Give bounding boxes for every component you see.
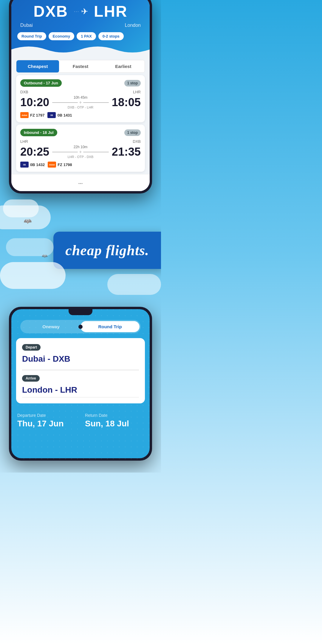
inbound-airlines-row: 0B 0B 1432 dubai FZ 1798 [20,162,141,168]
outbound-airline-1: dubai FZ 1797 [20,112,44,118]
phone-2: Oneway Round Trip Depart Dubai - DXB Arr… [9,307,152,461]
outbound-badge: Outbound - 17 Jun [20,79,62,87]
inbound-via: LHR - OTP - DXB [52,155,109,159]
wave-separator [11,44,150,55]
departure-date-value[interactable]: Thu, 17 Jun [17,419,76,428]
outbound-depart-time: 10:20 [20,97,49,108]
outbound-dest-airport: LHR [133,90,141,94]
middle-section: 🦇 🦇 cheap flights. [0,193,161,307]
inbound-flight-card: Inbound - 18 Jul 1 stop LHR DXB 20:25 22… [16,125,145,172]
tabs-container: Cheapest Fastest Earliest [16,60,145,73]
inbound-airline-1-logo: 0B [20,162,29,168]
depart-field-group: Depart Dubai - DXB [22,344,139,365]
outbound-arrive-time: 18:05 [112,97,141,108]
tab-cheapest[interactable]: Cheapest [16,60,59,72]
outbound-origin-airport: DXB [20,90,28,94]
inbound-plane-icon: ✈ [79,150,82,154]
pills-row: Round Trip Economy 1 PAX 0-2 stops [17,32,144,40]
tab-fastest[interactable]: Fastest [59,60,102,72]
pill-class[interactable]: Economy [49,32,75,40]
inbound-duration: 22h 10m [52,145,109,149]
outbound-flight-path: 10h 45m ✈ DXB - OTP - LHR [49,95,112,109]
origin-code: DXB [33,2,68,20]
search-section: Depart Dubai - DXB Arrive London - LHR [16,338,145,403]
inbound-airline-1-flight: 0B 1432 [30,162,45,167]
pill-trip[interactable]: Round Trip [17,32,46,40]
inbound-times-row: 20:25 22h 10m ✈ LHR - OTP - DXB 21:35 [20,145,141,159]
price-preview: ··· [11,174,150,191]
cheap-flights-card: cheap flights. [53,232,161,269]
departure-date-label: Departure Date [17,413,76,418]
outbound-times-row: 10:20 10h 45m ✈ DXB - OTP - LHR 18:05 [20,95,141,109]
plane-icon: ··· ✈ [74,7,88,16]
inbound-airline-2-logo: dubai [48,162,56,168]
bat-icon-2: 🦇 [42,253,48,259]
inbound-arrive-time: 21:35 [112,146,141,157]
return-date-label: Return Date [85,413,144,418]
pill-stops[interactable]: 0-2 stops [98,32,124,40]
outbound-airline-2: 0B 0B 1431 [47,112,72,118]
tagline-text: cheap flights. [65,242,149,258]
dest-city: London [125,23,141,28]
inbound-airports-row: LHR DXB [20,139,141,144]
phone1-header: DXB ··· ✈ LHR Dubai London Round Trip Ec… [11,0,150,55]
inbound-origin-airport: LHR [20,139,28,144]
trip-opt-oneway[interactable]: Oneway [21,321,80,332]
cloud-left-2 [3,199,39,217]
outbound-duration: 10h 45m [52,95,109,100]
inbound-badge: Inbound - 18 Jul [20,129,57,136]
outbound-airlines-row: dubai FZ 1797 0B 0B 1431 [20,112,141,118]
outbound-dashed-line: ✈ [52,100,109,105]
arrive-value[interactable]: London - LHR [22,384,139,396]
cloud-bottom-right [107,274,161,295]
depart-value[interactable]: Dubai - DXB [22,353,139,365]
inbound-stops-badge: 1 stop [124,129,141,136]
origin-city: Dubai [20,23,33,28]
cloud-bottom-left [0,262,66,289]
city-row: Dubai London [17,23,144,28]
pill-pax[interactable]: 1 PAX [77,32,96,40]
inbound-depart-time: 20:25 [20,146,49,157]
inbound-airline-1: 0B 0B 1432 [20,162,45,168]
return-date-value[interactable]: Sun, 18 Jul [85,419,144,428]
dates-section: Departure Date Thu, 17 Jun Return Date S… [11,408,150,433]
outbound-airline-2-flight: 0B 1431 [57,113,72,117]
inbound-airline-2: dubai FZ 1798 [48,162,72,168]
outbound-airline-1-flight: FZ 1797 [30,113,44,117]
trip-type-toggle[interactable]: Oneway Round Trip [20,320,141,333]
inbound-card-header: Inbound - 18 Jul 1 stop [20,129,141,136]
outbound-flight-card: Outbound - 17 Jun 1 stop DXB LHR 10:20 1… [16,75,145,122]
depart-label: Depart [22,344,41,351]
dest-code: LHR [94,2,128,20]
outbound-via: DXB - OTP - LHR [52,106,109,109]
outbound-card-header: Outbound - 17 Jun 1 stop [20,79,141,87]
route-row: DXB ··· ✈ LHR [17,2,144,20]
trip-opt-roundtrip[interactable]: Round Trip [80,321,140,332]
inbound-dest-airport: DXB [133,139,141,144]
field-divider-2 [22,397,139,398]
outbound-plane-icon: ✈ [79,100,82,105]
inbound-flight-path: 22h 10m ✈ LHR - OTP - DXB [49,145,112,159]
outbound-airline-2-logo: 0B [47,112,56,118]
departure-date-group: Departure Date Thu, 17 Jun [17,413,76,428]
toggle-dot [78,325,83,329]
return-date-group: Return Date Sun, 18 Jul [85,413,144,428]
phone-notch [69,309,92,315]
bat-icon-1: 🦇 [24,217,32,225]
phone-1: DXB ··· ✈ LHR Dubai London Round Trip Ec… [9,0,152,193]
inbound-dashed-line: ✈ [52,150,109,154]
inbound-airline-2-flight: FZ 1798 [58,162,72,167]
outbound-airports-row: DXB LHR [20,90,141,94]
arrive-field-group: Arrive London - LHR [22,375,139,396]
tab-earliest[interactable]: Earliest [102,60,145,72]
field-divider-1 [22,370,139,370]
dates-row: Departure Date Thu, 17 Jun Return Date S… [17,413,144,428]
outbound-stops-badge: 1 stop [124,80,141,86]
outbound-airline-1-logo: dubai [20,112,29,118]
arrive-label: Arrive [22,375,40,382]
